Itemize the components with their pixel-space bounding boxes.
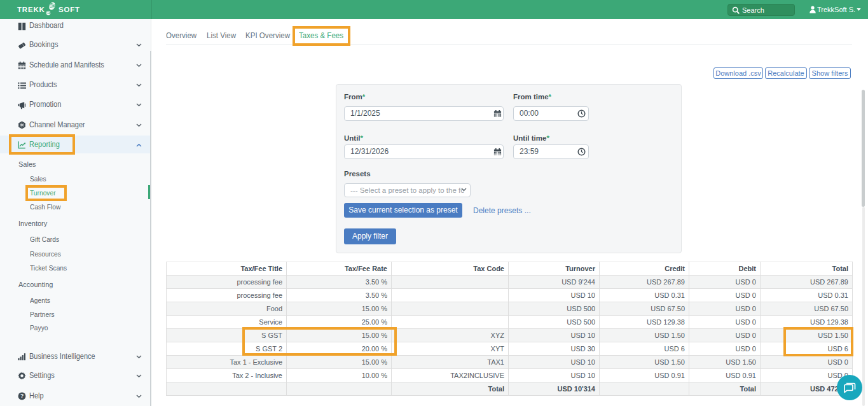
svg-text:?: ? [20, 393, 24, 399]
